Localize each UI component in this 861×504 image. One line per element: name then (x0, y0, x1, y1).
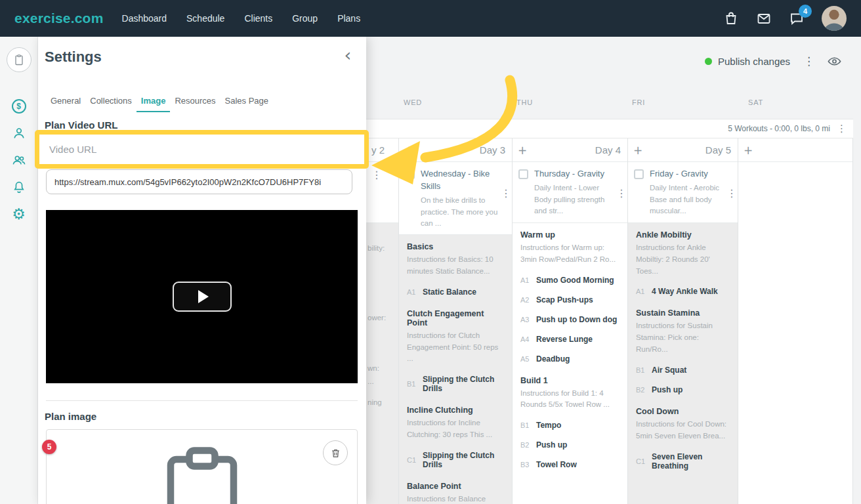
tab-general[interactable]: General (46, 92, 85, 112)
tab-resources[interactable]: Resources (170, 92, 220, 112)
exercise-row[interactable]: A3Push up to Down dog (513, 310, 627, 329)
exercise-name: Scap Push-ups (536, 295, 593, 304)
more-menu-icon[interactable]: ⋮ (371, 169, 381, 181)
mail-envelope-icon[interactable] (756, 10, 772, 26)
workout-checkbox[interactable] (518, 169, 528, 179)
section-title: Incline Clutching (407, 406, 504, 415)
publish-changes-button[interactable]: Publish changes (705, 51, 790, 71)
workout-section[interactable]: Build 1Instructions for Build 1: 4 Round… (513, 369, 627, 416)
add-workout-icon[interactable]: + (744, 144, 753, 157)
client-person-icon[interactable] (11, 125, 27, 141)
workout-card[interactable]: Wednesday - Bike Skills On the bike dril… (399, 162, 512, 235)
user-avatar[interactable] (822, 6, 847, 31)
more-menu-icon[interactable]: ⋮ (726, 187, 736, 200)
delete-image-button[interactable] (323, 440, 348, 465)
tab-image[interactable]: Image (136, 92, 171, 112)
clipboard-placeholder-icon (153, 446, 251, 504)
plan-image-placeholder[interactable] (46, 429, 358, 504)
empty-day-area (738, 162, 852, 504)
notifications-bell-icon[interactable] (11, 179, 27, 195)
exercise-row[interactable]: B1Tempo (513, 415, 627, 435)
video-url-input[interactable]: https://stream.mux.com/54g5vIP662yto2I00… (46, 169, 352, 194)
store-bag-icon[interactable] (723, 10, 739, 26)
section-instructions: Instructions for Build 1: 4 Rounds 5/5x … (520, 388, 620, 411)
workout-section[interactable]: Incline ClutchingInstructions for Inclin… (399, 398, 512, 446)
exercise-row[interactable]: C1Slipping the Clutch Drills (399, 446, 512, 474)
exercise-row[interactable]: A5Deadbug (513, 349, 627, 369)
workout-section[interactable]: Balance PointInstructions for Balance Po… (399, 474, 512, 504)
exercise-row[interactable]: B3Towel Row (513, 455, 627, 474)
add-workout-icon[interactable]: + (518, 144, 527, 157)
collapse-chevron-icon[interactable]: ‹ (339, 46, 357, 66)
exercise-row[interactable]: B2Push up (513, 435, 627, 455)
video-player[interactable] (46, 210, 358, 383)
chat-count-badge: 4 (799, 5, 812, 18)
nav-dashboard[interactable]: Dashboard (122, 13, 167, 24)
section-instructions: Instructions for Warm up: 3min Row/Pedal… (520, 242, 620, 266)
nav-schedule[interactable]: Schedule (186, 13, 224, 24)
exercise-prefix: B1 (636, 366, 652, 374)
exercise-row[interactable]: A1Static Balance (399, 282, 512, 302)
tab-collections[interactable]: Collections (85, 92, 136, 112)
workout-card-partial[interactable]: ⋮ (366, 162, 398, 223)
play-button[interactable] (173, 282, 232, 312)
nav-group[interactable]: Group (292, 13, 318, 24)
billing-dollar-icon[interactable]: $ (11, 98, 27, 114)
day-column-sat: + (738, 138, 853, 504)
nav-clients[interactable]: Clients (244, 13, 272, 24)
more-menu-icon[interactable]: ⋮ (837, 123, 847, 135)
workout-checkbox[interactable] (634, 169, 644, 179)
video-url-field-label[interactable]: Video URL (49, 144, 96, 155)
workout-section[interactable]: Cool DownInstructions for Cool Down: 5mi… (628, 400, 738, 447)
more-menu-icon[interactable]: ⋮ (501, 187, 510, 200)
exercise-row[interactable]: A14 Way Ankle Walk (628, 282, 738, 301)
workout-section[interactable]: Sustain StaminaInstructions for Sustain … (628, 301, 738, 360)
workout-section[interactable]: Warm upInstructions for Warm up: 3min Ro… (513, 223, 627, 270)
exercise-row[interactable]: B1Slipping the Clutch Drills (399, 369, 512, 398)
preview-eye-icon[interactable] (827, 54, 842, 72)
exercise-name: Sumo Good Morning (536, 276, 614, 285)
chat-bubble-icon[interactable]: 4 (789, 10, 805, 26)
weekday-header-row: WED THU FRI SAT (366, 98, 853, 112)
settings-panel: Settings ‹ General Collections Image Res… (38, 37, 366, 504)
settings-gear-icon[interactable]: ⚙ (11, 206, 27, 222)
workout-section[interactable]: Ankle MobiltiyInstructions for Ankle Mob… (628, 223, 738, 282)
exercise-prefix: A1 (636, 287, 652, 295)
exercise-row[interactable]: B1Air Squat (628, 360, 738, 380)
section-instructions: Instructions for Ankle Mobiltiy: 2 Round… (636, 242, 730, 277)
exercise-prefix: A2 (520, 296, 536, 304)
more-menu-icon[interactable]: ⋮ (616, 187, 625, 200)
plan-calendar: Publish changes ⋮ WED THU FRI SAT 5 Work… (366, 37, 861, 504)
weekday-label: WED (404, 98, 422, 106)
add-workout-icon[interactable]: + (404, 144, 413, 157)
day-header: + Day 3 (399, 138, 512, 162)
day-header: + (738, 138, 852, 162)
tab-sales-page[interactable]: Sales Page (220, 92, 274, 112)
exercise-row[interactable]: A4Reverse Lunge (513, 329, 627, 349)
nav-plans[interactable]: Plans (337, 13, 360, 24)
more-menu-icon[interactable]: ⋮ (803, 54, 814, 68)
workout-section[interactable]: BasicsInstructions for Basics: 10 minute… (399, 235, 512, 282)
exercise-prefix: B2 (520, 441, 536, 449)
exercise-row[interactable]: A2Scap Push-ups (513, 290, 627, 310)
add-workout-icon[interactable]: + (633, 144, 642, 157)
exercise-list-partial: bility: ower: wn: ... ning (366, 223, 398, 504)
capture-widget[interactable]: 5 (25, 442, 62, 479)
exercise-name: 4 Way Ankle Walk (652, 287, 718, 296)
exercise-row[interactable]: A1Sumo Good Morning (513, 270, 627, 290)
groups-people-icon[interactable] (11, 152, 27, 168)
exercise-com-logo[interactable]: exercise.com (14, 10, 104, 26)
workout-card[interactable]: Thursday - Gravity Daily Intent - Lower … (513, 162, 627, 223)
exercise-row[interactable]: B2Push up (628, 380, 738, 400)
exercise-list: BasicsInstructions for Basics: 10 minute… (399, 235, 512, 504)
workout-section[interactable]: Clutch Engagement PointInstructions for … (399, 302, 512, 369)
exercise-prefix: A5 (520, 355, 536, 363)
publish-status-dot (705, 58, 712, 65)
exercise-name: Seven Eleven Breathing (652, 452, 730, 471)
plan-clipboard-icon[interactable] (7, 47, 32, 72)
exercise-row[interactable]: C1Seven Eleven Breathing (628, 447, 738, 476)
workout-checkbox[interactable] (405, 169, 415, 179)
workouts-summary-bar: 5 Workouts - 0:00, 0 lbs, 0 mi ⋮ (366, 119, 853, 138)
exercise-name: Air Squat (652, 366, 686, 375)
workout-card[interactable]: Friday - Gravity Daily Intent - Aerobic … (628, 162, 738, 223)
